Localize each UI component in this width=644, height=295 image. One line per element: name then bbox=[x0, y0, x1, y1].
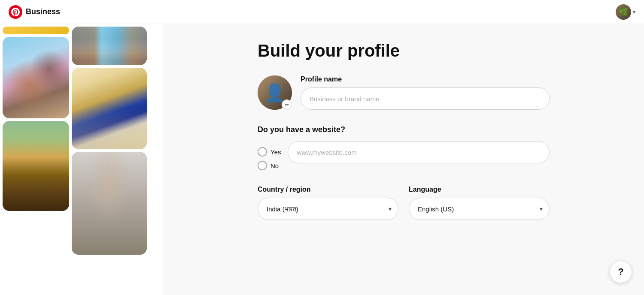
country-field: Country / region India (भारत) ▾ bbox=[258, 186, 398, 220]
header: Business 🌿 ▾ bbox=[0, 0, 644, 24]
profile-name-label: Profile name bbox=[301, 75, 550, 83]
user-menu-chevron-icon[interactable]: ▾ bbox=[633, 9, 635, 15]
help-icon: ? bbox=[618, 266, 623, 277]
image-column-2 bbox=[72, 27, 147, 292]
page-title: Build your profile bbox=[258, 41, 550, 60]
radio-yes-label: Yes bbox=[270, 148, 281, 156]
country-label: Country / region bbox=[258, 186, 398, 193]
language-select[interactable]: English (US) bbox=[409, 198, 550, 220]
image-collage bbox=[0, 24, 163, 295]
image-living-room bbox=[72, 68, 147, 149]
radio-no-input[interactable] bbox=[258, 161, 267, 170]
profile-section: ✏ Profile name bbox=[258, 75, 550, 110]
header-right: 🌿 ▾ bbox=[616, 4, 635, 20]
avatar-edit-button[interactable]: ✏ bbox=[282, 99, 292, 110]
image-bunk-bed bbox=[3, 121, 69, 211]
website-section: Do you have a website? Yes No bbox=[258, 125, 550, 170]
website-section-label: Do you have a website? bbox=[258, 125, 550, 134]
radio-no-option[interactable]: No bbox=[258, 161, 281, 170]
image-food bbox=[3, 37, 69, 118]
website-url-input[interactable] bbox=[288, 141, 550, 163]
website-radio-group: Yes No bbox=[258, 141, 281, 170]
language-label: Language bbox=[409, 186, 550, 193]
image-waterfall bbox=[72, 27, 147, 65]
header-left: Business bbox=[9, 5, 60, 19]
country-select[interactable]: India (भारत) bbox=[258, 198, 398, 220]
profile-name-input[interactable] bbox=[301, 87, 550, 110]
pencil-icon: ✏ bbox=[285, 102, 289, 108]
help-button[interactable]: ? bbox=[610, 261, 632, 283]
form-panel: Build your profile ✏ Profile name Do you… bbox=[163, 24, 644, 295]
profile-name-section: Profile name bbox=[301, 75, 550, 110]
image-column-1 bbox=[3, 27, 69, 292]
radio-no-label: No bbox=[270, 162, 279, 169]
image-yellow-stripe bbox=[3, 27, 69, 34]
language-select-wrapper: English (US) ▾ bbox=[409, 198, 550, 220]
user-avatar[interactable]: 🌿 bbox=[616, 4, 631, 20]
image-man-portrait bbox=[72, 152, 147, 255]
language-field: Language English (US) ▾ bbox=[409, 186, 550, 220]
header-brand: Business bbox=[26, 7, 60, 16]
build-profile-form: Build your profile ✏ Profile name Do you… bbox=[258, 41, 550, 220]
website-input-wrapper bbox=[288, 141, 550, 163]
svg-point-0 bbox=[9, 5, 22, 19]
locale-section: Country / region India (भारत) ▾ Language… bbox=[258, 186, 550, 220]
radio-yes-input[interactable] bbox=[258, 147, 267, 157]
pinterest-logo-icon bbox=[9, 5, 22, 19]
country-select-wrapper: India (भारत) ▾ bbox=[258, 198, 398, 220]
avatar-upload[interactable]: ✏ bbox=[258, 75, 292, 110]
radio-yes-option[interactable]: Yes bbox=[258, 147, 281, 157]
website-row: Yes No bbox=[258, 141, 550, 170]
